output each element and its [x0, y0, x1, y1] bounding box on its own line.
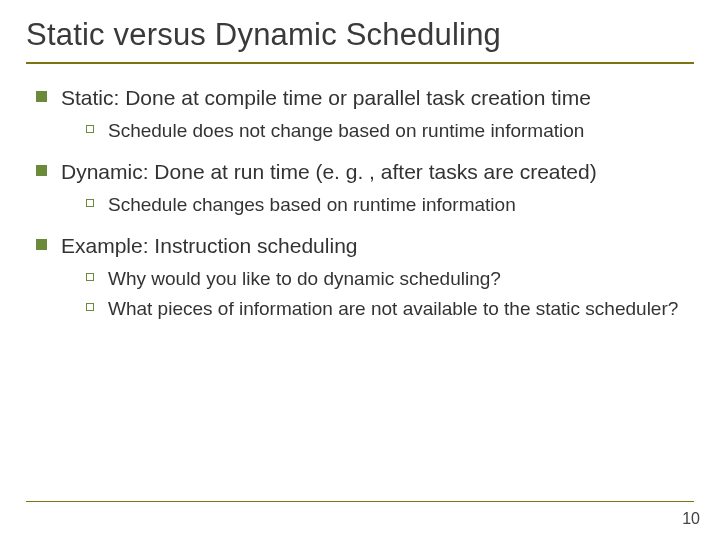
bullet-level1: Static: Done at compile time or parallel…	[36, 84, 694, 112]
bullet-level1: Example: Instruction scheduling	[36, 232, 694, 260]
sub-bullet-text: Schedule changes based on runtime inform…	[108, 192, 516, 218]
sub-bullet-text: Why would you like to do dynamic schedul…	[108, 266, 501, 292]
hollow-square-bullet-icon	[86, 125, 94, 133]
sub-bullet-group: Schedule does not change based on runtim…	[36, 118, 694, 144]
hollow-square-bullet-icon	[86, 199, 94, 207]
sub-bullet-text: Schedule does not change based on runtim…	[108, 118, 584, 144]
bullet-level2: Why would you like to do dynamic schedul…	[86, 266, 694, 292]
slide-body: Static: Done at compile time or parallel…	[26, 84, 694, 322]
bullet-level2: Schedule changes based on runtime inform…	[86, 192, 694, 218]
bullet-level1: Dynamic: Done at run time (e. g. , after…	[36, 158, 694, 186]
square-bullet-icon	[36, 91, 47, 102]
bullet-level2: What pieces of information are not avail…	[86, 296, 694, 322]
sub-bullet-group: Why would you like to do dynamic schedul…	[36, 266, 694, 321]
bullet-level2: Schedule does not change based on runtim…	[86, 118, 694, 144]
square-bullet-icon	[36, 165, 47, 176]
sub-bullet-text: What pieces of information are not avail…	[108, 296, 678, 322]
hollow-square-bullet-icon	[86, 303, 94, 311]
sub-bullet-group: Schedule changes based on runtime inform…	[36, 192, 694, 218]
footer-underline	[26, 501, 694, 502]
page-number: 10	[682, 510, 700, 528]
square-bullet-icon	[36, 239, 47, 250]
bullet-text: Example: Instruction scheduling	[61, 232, 358, 260]
slide-title: Static versus Dynamic Scheduling	[26, 18, 694, 58]
hollow-square-bullet-icon	[86, 273, 94, 281]
bullet-text: Static: Done at compile time or parallel…	[61, 84, 591, 112]
bullet-text: Dynamic: Done at run time (e. g. , after…	[61, 158, 597, 186]
title-underline	[26, 62, 694, 64]
